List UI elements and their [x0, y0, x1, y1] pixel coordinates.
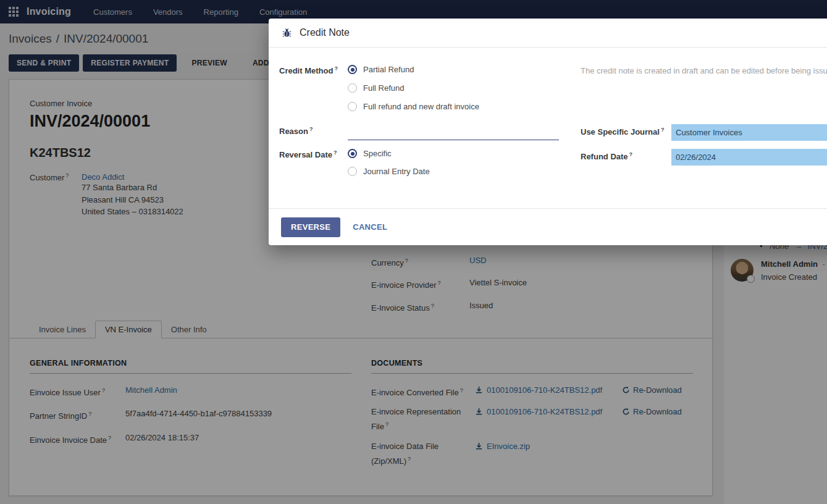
- radio-journal-entry-date[interactable]: Journal Entry Date: [348, 167, 430, 176]
- use-specific-journal-input[interactable]: Customer Invoices: [671, 124, 827, 141]
- radio-icon[interactable]: [348, 102, 357, 111]
- help-marker: ?: [334, 149, 337, 156]
- credit-note-modal: Credit Note Credit Method? Partial Refun…: [269, 19, 827, 245]
- credit-note-helper-text: The credit note is created in draft and …: [581, 66, 827, 75]
- reversal-date-label: Reversal Date?: [279, 149, 337, 159]
- radio-specific[interactable]: Specific: [348, 149, 392, 158]
- help-marker: ?: [629, 151, 633, 158]
- modal-header: Credit Note: [269, 19, 827, 48]
- reason-input[interactable]: [348, 122, 559, 140]
- refund-date-input[interactable]: 02/26/2024: [671, 149, 827, 166]
- refund-date-label: Refund Date?: [581, 151, 632, 161]
- credit-method-label: Credit Method?: [279, 65, 338, 75]
- reason-label: Reason?: [279, 126, 313, 136]
- radio-icon-selected[interactable]: [348, 149, 357, 158]
- radio-full-refund-new-draft[interactable]: Full refund and new draft invoice: [348, 102, 479, 111]
- radio-icon-selected[interactable]: [348, 65, 357, 74]
- cancel-button[interactable]: CANCEL: [353, 222, 387, 232]
- bug-icon: [282, 28, 292, 38]
- radio-full-refund[interactable]: Full Refund: [348, 83, 404, 93]
- radio-partial-refund[interactable]: Partial Refund: [348, 65, 414, 74]
- radio-icon[interactable]: [348, 167, 357, 176]
- radio-icon[interactable]: [348, 83, 357, 93]
- use-specific-journal-label: Use Specific Journal?: [581, 127, 664, 136]
- modal-footer: REVERSE CANCEL: [269, 208, 827, 245]
- help-marker: ?: [309, 126, 313, 132]
- help-marker: ?: [661, 127, 665, 133]
- reverse-button[interactable]: REVERSE: [281, 217, 340, 237]
- modal-title: Credit Note: [300, 27, 350, 38]
- help-marker: ?: [334, 65, 338, 72]
